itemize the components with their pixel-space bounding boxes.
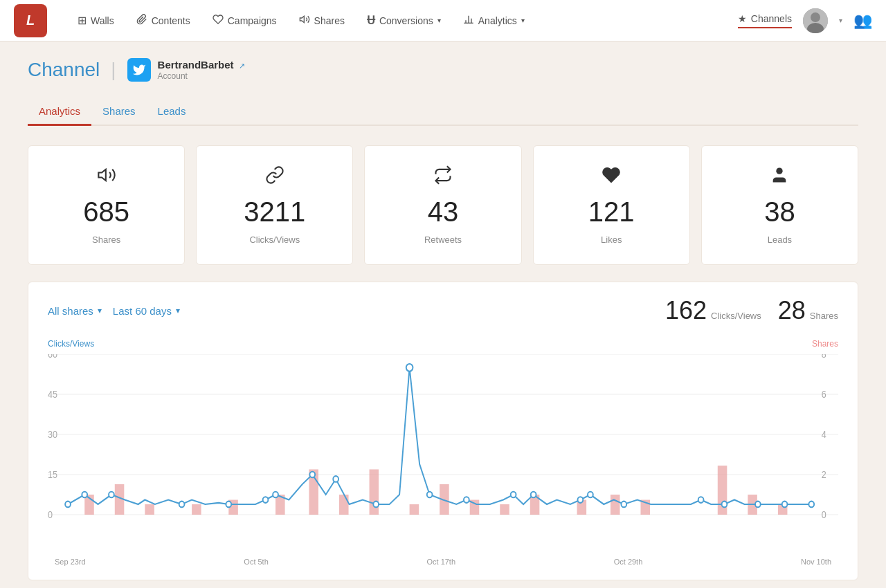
leads-value: 38 xyxy=(764,196,795,228)
x-label-nov10: Nov 10th xyxy=(801,558,831,566)
header-divider: | xyxy=(111,59,116,81)
nav-conversions[interactable]: Ʉ Conversions ▾ xyxy=(357,8,451,33)
group-icon[interactable]: 👥 xyxy=(853,12,872,30)
chart-svg: 60 45 30 15 0 8 6 4 2 0 xyxy=(48,354,838,555)
svg-point-65 xyxy=(755,502,761,508)
nav-walls[interactable]: ⊞ Walls xyxy=(68,8,124,33)
svg-point-63 xyxy=(698,497,704,503)
chart-shares-stat: 28 Shares xyxy=(778,296,838,325)
contents-icon xyxy=(136,14,147,28)
analytics-dropdown-icon: ▾ xyxy=(521,17,525,24)
channel-type: Account xyxy=(158,71,245,81)
avatar-dropdown-icon[interactable]: ▾ xyxy=(839,17,842,24)
svg-point-52 xyxy=(309,472,315,478)
stat-card-shares: 685 Shares xyxy=(28,145,185,265)
all-shares-dropdown[interactable]: All shares ▾ xyxy=(48,305,102,317)
period-chevron-icon: ▾ xyxy=(176,306,180,315)
shares-label: Shares xyxy=(92,235,120,245)
svg-rect-40 xyxy=(611,495,620,515)
svg-point-47 xyxy=(109,492,114,498)
chart-container: 60 45 30 15 0 8 6 4 2 0 xyxy=(48,354,838,555)
svg-text:45: 45 xyxy=(48,389,57,401)
leads-stat-icon xyxy=(770,165,789,190)
svg-text:15: 15 xyxy=(48,470,57,481)
period-dropdown[interactable]: Last 60 days ▾ xyxy=(113,305,180,317)
page-content: Channel | BertrandBarbet ↗ Account Analy… xyxy=(0,42,886,588)
navbar: L ⊞ Walls Contents Campaigns Shares Ʉ xyxy=(0,0,886,42)
retweets-stat-icon xyxy=(433,165,453,190)
channels-button[interactable]: ★ Channels xyxy=(738,13,792,28)
svg-point-60 xyxy=(578,497,584,503)
x-label-oct17: Oct 17th xyxy=(426,558,455,566)
svg-rect-34 xyxy=(410,504,419,515)
brand-logo[interactable]: L xyxy=(14,4,47,37)
star-icon: ★ xyxy=(738,13,747,24)
external-link-icon[interactable]: ↗ xyxy=(239,62,245,70)
stat-card-leads: 38 Leads xyxy=(701,145,858,265)
user-avatar-image xyxy=(803,8,828,33)
svg-rect-37 xyxy=(500,504,509,515)
walls-icon: ⊞ xyxy=(78,14,87,27)
legend-clicks: Clicks/Views xyxy=(48,339,94,349)
svg-marker-8 xyxy=(98,169,106,181)
svg-point-49 xyxy=(226,502,231,508)
channel-info: BertrandBarbet ↗ Account xyxy=(127,58,245,82)
chart-stats-right: 162 Clicks/Views 28 Shares xyxy=(665,296,838,325)
conversions-dropdown-icon: ▾ xyxy=(437,17,441,24)
channel-name: BertrandBarbet ↗ xyxy=(158,59,245,71)
analytics-icon xyxy=(463,14,474,28)
svg-text:6: 6 xyxy=(822,389,826,401)
avatar[interactable] xyxy=(803,8,828,33)
legend-shares: Shares xyxy=(812,339,838,349)
stat-cards: 685 Shares 3211 Clicks/Views 43 Retweets… xyxy=(28,145,858,265)
svg-point-64 xyxy=(722,502,727,508)
tab-shares[interactable]: Shares xyxy=(91,98,147,126)
svg-point-61 xyxy=(588,492,593,498)
stat-card-retweets: 43 Retweets xyxy=(364,145,521,265)
svg-text:8: 8 xyxy=(822,354,826,360)
clicks-stat-icon xyxy=(265,165,284,190)
svg-point-55 xyxy=(406,364,413,371)
svg-rect-32 xyxy=(339,495,349,515)
shares-icon xyxy=(299,14,310,28)
tab-analytics[interactable]: Analytics xyxy=(28,98,91,126)
tab-bar: Analytics Shares Leads xyxy=(28,98,858,126)
stat-card-likes: 121 Likes xyxy=(533,145,690,265)
svg-point-62 xyxy=(621,502,626,508)
svg-point-56 xyxy=(427,492,433,498)
conversions-icon: Ʉ xyxy=(367,14,375,27)
svg-point-67 xyxy=(808,502,814,508)
svg-point-45 xyxy=(65,502,71,508)
svg-text:0: 0 xyxy=(48,510,53,521)
x-label-oct29: Oct 29th xyxy=(614,558,643,566)
leads-label: Leads xyxy=(768,235,792,245)
svg-point-51 xyxy=(273,492,278,498)
shares-stat-icon xyxy=(97,165,116,190)
nav-items: ⊞ Walls Contents Campaigns Shares Ʉ Conv… xyxy=(68,8,738,33)
likes-value: 121 xyxy=(588,196,635,228)
page-title: Channel xyxy=(28,59,100,81)
nav-campaigns[interactable]: Campaigns xyxy=(203,8,287,33)
page-header: Channel | BertrandBarbet ↗ Account xyxy=(28,58,858,82)
stat-card-clicks: 3211 Clicks/Views xyxy=(196,145,353,265)
twitter-icon xyxy=(127,58,151,82)
svg-point-53 xyxy=(333,476,338,482)
svg-point-9 xyxy=(777,168,783,174)
svg-point-57 xyxy=(464,497,469,503)
svg-rect-27 xyxy=(145,504,154,515)
svg-rect-28 xyxy=(192,504,201,515)
retweets-value: 43 xyxy=(428,196,459,228)
clicks-label: Clicks/Views xyxy=(249,235,300,245)
svg-point-59 xyxy=(531,492,536,498)
nav-shares[interactable]: Shares xyxy=(289,8,354,33)
nav-contents[interactable]: Contents xyxy=(127,8,200,33)
svg-text:2: 2 xyxy=(822,470,826,481)
all-shares-chevron-icon: ▾ xyxy=(98,306,102,315)
nav-analytics[interactable]: Analytics ▾ xyxy=(453,8,534,33)
shares-value: 685 xyxy=(83,196,129,228)
svg-marker-0 xyxy=(300,16,304,22)
retweets-label: Retweets xyxy=(424,235,462,245)
tab-leads[interactable]: Leads xyxy=(147,98,197,126)
svg-text:30: 30 xyxy=(48,430,57,441)
chart-legend: Clicks/Views Shares xyxy=(48,339,838,349)
